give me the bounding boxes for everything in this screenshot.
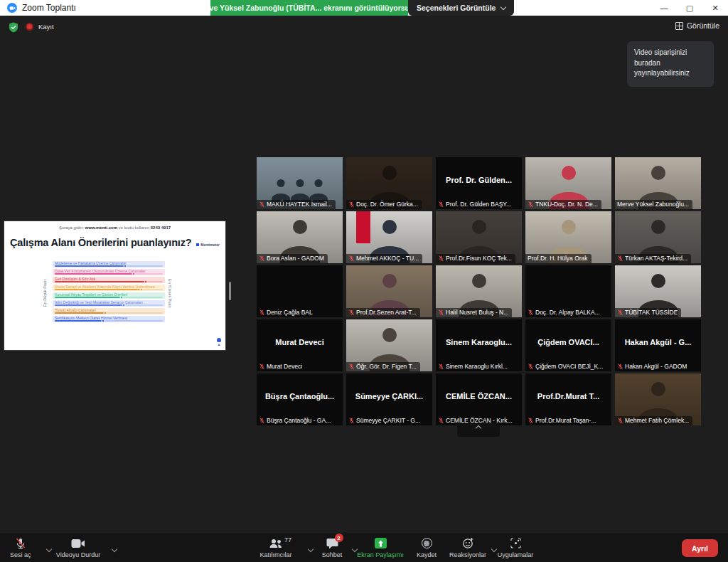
- muted-mic-icon: [438, 418, 444, 424]
- apps-button[interactable]: Uygulamalar: [494, 536, 537, 558]
- participant-tile[interactable]: Doç. Dr. Alpay BALKA...: [525, 265, 611, 317]
- participant-tile[interactable]: Sinem Karaoglu... Sinem Karaoglu Kırkl..…: [436, 319, 522, 371]
- stop-video-button[interactable]: Videoyu Durdur: [50, 536, 107, 558]
- share-screen-button[interactable]: Ekran Paylaşımı: [352, 536, 409, 558]
- participant-label: Merve Yüksel Zabunoğlu...: [615, 200, 692, 209]
- participant-tile[interactable]: TÜBİTAK TÜSSİDE: [615, 265, 701, 317]
- muted-mic-icon: [348, 418, 355, 424]
- chart-row-dot: [123, 265, 127, 268]
- share-screen-label: Ekran Paylaşımı: [357, 551, 404, 558]
- record-icon: [422, 538, 432, 548]
- camera-icon: [71, 536, 85, 550]
- participant-tile[interactable]: CEMİLE ÖZCAN... CEMİLE ÖZCAN - Kırk...: [436, 373, 522, 425]
- participant-tile[interactable]: Prof.Dr.Sezen Arat-T...: [346, 265, 432, 317]
- scrollbar-thumb[interactable]: [229, 282, 231, 300]
- chat-label: Sohbet: [322, 551, 343, 558]
- encryption-shield-icon[interactable]: [9, 22, 18, 33]
- recording-label: Kayıt: [38, 23, 54, 31]
- mentimeter-logo-text: Mentimeter: [200, 243, 220, 247]
- participant-name-text: Çiğdem OVACI BEJİ_K...: [535, 363, 603, 370]
- show-more-participants-button[interactable]: [457, 423, 500, 437]
- participant-name-text: Prof.Dr.Fisun KOÇ Tek...: [446, 255, 512, 262]
- participant-tile[interactable]: MAKÜ HAYTEK İsmail...: [257, 157, 343, 209]
- view-options-button[interactable]: Seçenekleri Görüntüle: [408, 0, 514, 16]
- participant-tile[interactable]: Deniz Çağla BAL: [257, 265, 343, 317]
- chat-button[interactable]: 2 Sohbet: [316, 536, 348, 558]
- muted-mic-icon: [528, 309, 534, 316]
- menti-scale-chart: Modelleme ve Haritalama Üzerine Çalışmal…: [53, 261, 165, 324]
- participant-tile[interactable]: Mehmet Fatih Çömlek...: [615, 373, 701, 425]
- participant-center-name: Hakan Akgül - G...: [615, 338, 701, 346]
- participant-name-text: Türkan AKTAŞ-Tekird...: [625, 255, 687, 262]
- chart-row-track: [55, 289, 163, 290]
- reactions-button[interactable]: Reaksiyonlar: [445, 536, 491, 558]
- participant-tile[interactable]: Prof.Dr. H. Hülya Orak: [525, 211, 611, 263]
- participant-name-text: TÜBİTAK TÜSSİDE: [625, 309, 678, 316]
- record-button[interactable]: Kaydet: [412, 536, 441, 558]
- muted-mic-icon: [348, 309, 355, 316]
- muted-mic-icon: [438, 309, 444, 316]
- participant-tile[interactable]: Prof.Dr.Fisun KOÇ Tek...: [436, 211, 522, 263]
- participant-label: TNKÜ-Doç. Dr. N. De...: [525, 200, 601, 209]
- zoom-meeting-window: Zoom Toplantı Merve Yüksel Zabunoğlu (TÜ…: [0, 0, 728, 562]
- participant-tile[interactable]: Prof. Dr. Gülden... Prof. Dr. Gülden BAŞ…: [436, 157, 522, 209]
- participant-label: Mehmet AKKOÇ - TU...: [346, 254, 422, 263]
- participant-tile[interactable]: Sümeyye ÇARKI... Sümeyye ÇARKIT - G...: [346, 373, 432, 425]
- participant-center-name: Sümeyye ÇARKI...: [346, 392, 432, 401]
- participant-tile[interactable]: Doç. Dr. Ömer Gürka...: [346, 157, 432, 209]
- chart-row: Sertifikasyon Merkezi Olarak Hizmet Veri…: [53, 316, 165, 322]
- participant-tile[interactable]: Büşra Çantaoğlu... Büşra Çantaoğlu - GA.…: [257, 373, 343, 425]
- maximize-button[interactable]: ▢: [677, 0, 702, 16]
- participant-label: Çiğdem OVACI BEJİ_K...: [525, 362, 606, 371]
- participant-name-text: Hakan Akgül - GADOM: [625, 363, 687, 370]
- participant-name-text: TNKÜ-Doç. Dr. N. De...: [535, 201, 598, 208]
- participant-label: Mehmet Fatih Çömlek...: [615, 416, 692, 425]
- participant-tile[interactable]: Halil Nusret Buluş - N...: [436, 265, 522, 317]
- participant-tile[interactable]: Murat Deveci Murat Deveci: [257, 319, 343, 371]
- participant-tile[interactable]: Öğr. Gör. Dr. Figen T...: [346, 319, 432, 371]
- participant-tile[interactable]: Mehmet AKKOÇ - TU...: [346, 211, 432, 263]
- reactions-label: Reaksiyonlar: [449, 551, 486, 558]
- participants-label: Katılımcılar: [259, 551, 291, 558]
- muted-mic-icon: [438, 364, 444, 370]
- muted-mic-icon: [348, 364, 355, 370]
- participant-tile[interactable]: Bora Aslan - GADOM: [257, 211, 343, 263]
- close-button[interactable]: ✕: [702, 0, 728, 16]
- muted-mic-icon: [617, 364, 623, 370]
- apps-icon: [510, 536, 521, 550]
- axis-label-min: En Düşük Puan: [43, 261, 47, 325]
- axis-label-max: En Yüksek Puan: [168, 261, 172, 325]
- window-title: Zoom Toplantı: [22, 3, 76, 13]
- participant-tile[interactable]: Prof.Dr.Murat T... Prof.Dr.Murat Taşan-.…: [525, 373, 611, 425]
- recording-indicator[interactable]: Kayıt: [26, 23, 54, 31]
- participant-tile[interactable]: TNKÜ-Doç. Dr. N. De...: [525, 157, 611, 209]
- chart-row-dot: [104, 312, 107, 315]
- participant-tile[interactable]: Merve Yüksel Zabunoğlu...: [615, 157, 701, 209]
- minimize-button[interactable]: —: [651, 0, 677, 16]
- video-options-chevron[interactable]: [112, 543, 117, 553]
- participant-name-text: Murat Deveci: [267, 363, 302, 370]
- leave-button[interactable]: Ayrıl: [682, 539, 718, 557]
- chart-row: Dijital Veri Kütüphanesi Oluşturulması Ü…: [53, 269, 165, 275]
- chat-icon: 2: [326, 536, 338, 550]
- chart-row-track: [55, 320, 163, 322]
- participant-name-text: Prof. Dr. Gülden BAŞY...: [446, 201, 511, 208]
- participants-options-chevron[interactable]: [309, 543, 313, 553]
- gallery-grid-icon: [675, 22, 683, 30]
- participant-label: Prof.Dr. H. Hülya Orak: [525, 254, 592, 263]
- unmute-button[interactable]: Sesi aç: [10, 536, 31, 558]
- unmute-label: Sesi aç: [10, 551, 31, 558]
- participant-label: Türkan AKTAŞ-Tekird...: [615, 254, 691, 263]
- participant-tile[interactable]: Türkan AKTAŞ-Tekird...: [615, 211, 701, 263]
- toolbar: Sesi aç Videoyu Durdur 77 Katılımcılar 2…: [0, 534, 728, 562]
- participant-tile[interactable]: Çiğdem OVACI... Çiğdem OVACI BEJİ_K...: [525, 319, 611, 371]
- view-button[interactable]: Görüntüle: [675, 21, 719, 30]
- participant-tile[interactable]: Hakan Akgül - G... Hakan Akgül - GADOM: [615, 319, 701, 371]
- participant-label: Prof.Dr.Fisun KOÇ Tek...: [436, 254, 515, 263]
- view-options-label: Seçenekleri Görüntüle: [417, 4, 496, 12]
- participant-name-text: Büşra Çantaoğlu - GA...: [267, 417, 331, 424]
- participant-label: Bora Aslan - GADOM: [257, 254, 328, 263]
- participants-button[interactable]: 77 Katılımcılar: [252, 536, 299, 558]
- video-order-tooltip: Video siparişinizi buradan yayınlayabili…: [627, 41, 714, 87]
- muted-mic-icon: [259, 201, 265, 208]
